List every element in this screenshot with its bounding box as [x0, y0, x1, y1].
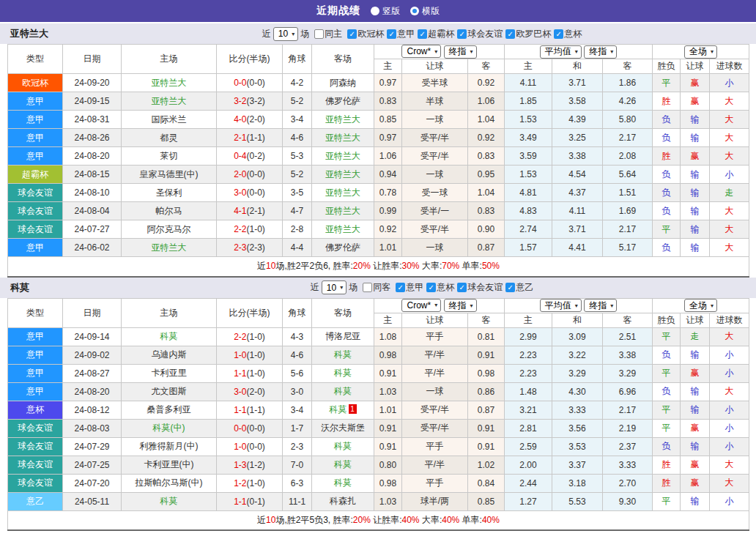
team-section: 亚特兰大 近 10▾ 场 同主 ✓欧冠杯✓意甲✓超霸杯✓球会友谊✓欧罗巴杯✓意杯	[0, 23, 756, 278]
home-team-name: 科莫(中)	[153, 423, 185, 433]
result-handicap: 输	[681, 492, 710, 510]
match-count-select[interactable]: 10▾	[273, 27, 298, 41]
halftime-score: (2-0)	[247, 114, 265, 124]
league-filter-checkbox[interactable]: ✓意杯	[554, 28, 582, 40]
handicap-home-odds: 0.94	[374, 166, 402, 184]
result-handicap: 输	[681, 382, 710, 401]
match-count-select[interactable]: 10▾	[322, 280, 346, 294]
fulltime-score: 4-0	[234, 114, 246, 124]
league-type-cell: 球会友谊	[8, 456, 63, 474]
match-date: 24-08-15	[63, 166, 122, 184]
league-filter-group: ✓意甲✓意杯✓球会友谊✓意乙	[393, 281, 533, 294]
league-filter-checkbox[interactable]: ✓意甲	[396, 281, 423, 294]
handicap-home-odds: 1.06	[374, 147, 402, 166]
corner-score: 3-4	[283, 111, 312, 129]
result-handicap: 输	[681, 166, 710, 184]
match-row: 意甲24-08-26都灵2-1(1-1)4-6亚特兰大0.97受平/半0.923…	[8, 129, 749, 147]
result-goals: 大	[710, 456, 749, 474]
league-type-cell: 意甲	[8, 129, 63, 147]
result-handicap: 输	[681, 239, 710, 257]
result-outcome: 胜	[653, 474, 681, 492]
layout-horizontal-radio[interactable]: 横版	[410, 5, 440, 18]
home-team-name: 亚特兰大	[152, 242, 187, 253]
league-type-cell: 意甲	[8, 239, 63, 257]
average-odds-select[interactable]: 平均值▾	[540, 45, 582, 59]
handicap-time-select[interactable]: 终指▾	[444, 299, 477, 312]
away-team-name: 亚特兰大	[325, 169, 360, 179]
away-team-cell: 科莫	[312, 456, 374, 474]
league-filter-checkbox[interactable]: ✓超霸杯	[418, 28, 454, 40]
home-team-name: 亚特兰大	[152, 78, 187, 88]
league-filter-checkbox[interactable]: ✓欧冠杯	[347, 28, 384, 40]
fulltime-score: 0-0	[234, 78, 246, 88]
handicap-line: 受平/半	[402, 401, 468, 419]
same-venue-checkbox[interactable]: 同主	[314, 28, 342, 40]
handicap-away-odds: 1.06	[468, 92, 505, 111]
home-team-cell: 尤文图斯	[122, 382, 217, 401]
match-date: 24-08-03	[63, 419, 122, 437]
halftime-score: (1-0)	[247, 224, 265, 234]
result-handicap: 输	[681, 111, 710, 129]
avg-away-odds: 2.17	[603, 129, 653, 147]
avg-home-odds: 1.85	[505, 92, 552, 111]
avg-draw-odds: 3.38	[552, 147, 603, 166]
summary-text: 场,胜2平2负6, 胜率:	[275, 261, 352, 271]
result-handicap: 赢	[681, 364, 710, 382]
handicap-home-odds: 0.85	[374, 111, 402, 129]
average-time-select[interactable]: 终指▾	[584, 45, 617, 59]
handicap-away-odds: 1.04	[468, 111, 505, 129]
odds-company-select[interactable]: Crow*▾	[401, 45, 441, 58]
avg-home-odds: 2.81	[505, 419, 552, 437]
subcol-handicap-home: 主	[374, 313, 402, 327]
avg-home-odds: 2.74	[505, 220, 552, 239]
chevron-down-icon: ▾	[434, 302, 437, 308]
league-filter-checkbox[interactable]: ✓球会友谊	[457, 281, 503, 294]
subcol-avg-draw: 和	[552, 59, 603, 74]
odds-company-select[interactable]: Crow*▾	[401, 299, 441, 312]
league-type-cell: 意乙	[8, 492, 63, 510]
league-filter-checkbox[interactable]: ✓意甲	[387, 28, 415, 40]
league-filter-checkbox[interactable]: ✓意杯	[426, 281, 454, 294]
same-venue-checkbox[interactable]: 同客	[363, 281, 390, 294]
avg-home-odds: 1.48	[505, 382, 552, 401]
average-time-select[interactable]: 终指▾	[584, 299, 617, 312]
match-row: 球会友谊24-08-03科莫(中)0-0(0-0)1-7沃尔夫斯堡0.91受平/…	[8, 419, 749, 437]
away-team-name: 亚特兰大	[325, 187, 360, 198]
match-row: 意甲24-08-31国际米兰4-0(2-0)3-4亚特兰大0.85一球1.041…	[8, 111, 749, 129]
home-team-name: 乌迪内斯	[152, 349, 187, 360]
league-filter-checkbox[interactable]: ✓意乙	[505, 281, 533, 294]
handicap-home-odds: 0.91	[374, 419, 402, 437]
summary-text: 20%	[353, 261, 371, 271]
fulltime-scope-select[interactable]: 全场▾	[684, 299, 717, 312]
league-filter-checkbox[interactable]: ✓欧罗巴杯	[505, 28, 551, 40]
match-date: 24-07-20	[63, 474, 122, 492]
chevron-down-icon: ▾	[575, 302, 578, 309]
result-outcome: 负	[653, 129, 681, 147]
chevron-down-icon: ▾	[711, 48, 714, 55]
avg-away-odds: 1.51	[603, 184, 653, 202]
handicap-time-select[interactable]: 终指▾	[444, 45, 477, 59]
result-outcome: 负	[653, 202, 681, 220]
result-handicap: 输	[681, 184, 710, 202]
away-team-cell: 佛罗伦萨	[312, 239, 374, 257]
avg-away-odds: 1.86	[603, 74, 653, 92]
average-odds-select[interactable]: 平均值▾	[540, 299, 582, 312]
away-team-name: 佛罗伦萨	[325, 242, 360, 253]
handicap-line: 平/半	[402, 456, 468, 474]
summary-text: 40%	[482, 515, 500, 525]
league-filter-checkbox[interactable]: ✓球会友谊	[457, 28, 503, 40]
home-team-name: 圣保利	[156, 187, 182, 198]
avg-home-odds: 1.53	[505, 111, 552, 129]
away-team-cell: 亚特兰大	[312, 129, 374, 147]
avg-home-odds: 2.00	[505, 456, 552, 474]
summary-text: 单率:	[459, 515, 482, 525]
away-team-name: 佛罗伦萨	[325, 96, 360, 106]
fulltime-scope-select[interactable]: 全场▾	[684, 45, 717, 59]
layout-vertical-radio[interactable]: 竖版	[371, 5, 400, 18]
handicap-line: 平手	[402, 327, 468, 346]
col-header-score: 比分(半场)	[217, 45, 283, 74]
halftime-score: (2-1)	[247, 206, 265, 216]
league-filter-label: 欧罗巴杯	[516, 28, 551, 40]
result-handicap: 输	[681, 129, 710, 147]
result-handicap: 走	[681, 327, 710, 346]
